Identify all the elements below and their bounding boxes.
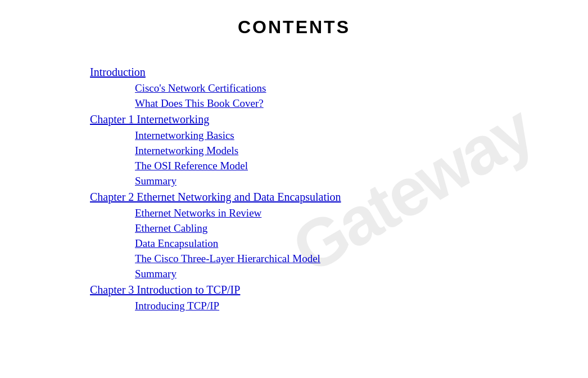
toc-link-osi-model[interactable]: The OSI Reference Model [135, 160, 248, 172]
toc-link-internetworking-models[interactable]: Internetworking Models [135, 145, 238, 156]
toc-container: Introduction Cisco's Network Certificati… [34, 66, 554, 312]
toc-section-introduction: Introduction Cisco's Network Certificati… [90, 66, 554, 110]
toc-link-internetworking-basics[interactable]: Internetworking Basics [135, 129, 234, 141]
toc-sub-item: Summary [90, 268, 554, 280]
toc-sub-item: Internetworking Basics [90, 129, 554, 142]
toc-top-item: Introduction [90, 66, 554, 79]
toc-sub-item: Data Encapsulation [90, 237, 554, 250]
toc-link-chapter1[interactable]: Chapter 1 Internetworking [90, 113, 209, 125]
toc-link-cisco-certs[interactable]: Cisco's Network Certifications [135, 82, 266, 94]
page-title: CONTENTS [34, 11, 554, 38]
toc-link-data-encapsulation[interactable]: Data Encapsulation [135, 237, 218, 249]
toc-sub-item: Internetworking Models [90, 145, 554, 157]
toc-link-cisco-three-layer[interactable]: The Cisco Three-Layer Hierarchical Model [135, 253, 320, 264]
toc-sub-item: Introducing TCP/IP [90, 300, 554, 312]
toc-link-ethernet-networks-review[interactable]: Ethernet Networks in Review [135, 207, 261, 219]
toc-link-introduction[interactable]: Introduction [90, 66, 146, 78]
toc-sub-item: Ethernet Cabling [90, 222, 554, 235]
toc-link-chapter3[interactable]: Chapter 3 Introduction to TCP/IP [90, 284, 240, 296]
toc-section-chapter2: Chapter 2 Ethernet Networking and Data E… [90, 191, 554, 280]
toc-chapter-item: Chapter 1 Internetworking [90, 113, 554, 126]
toc-link-ch2-summary[interactable]: Summary [135, 268, 177, 280]
toc-sub-item: Summary [90, 175, 554, 187]
toc-sub-item: Ethernet Networks in Review [90, 207, 554, 219]
toc-chapter-item: Chapter 2 Ethernet Networking and Data E… [90, 191, 554, 204]
toc-sub-item: The OSI Reference Model [90, 160, 554, 172]
toc-link-chapter2[interactable]: Chapter 2 Ethernet Networking and Data E… [90, 191, 341, 203]
toc-section-chapter3: Chapter 3 Introduction to TCP/IP Introdu… [90, 284, 554, 312]
toc-link-what-book-covers[interactable]: What Does This Book Cover? [135, 97, 264, 109]
toc-chapter-item: Chapter 3 Introduction to TCP/IP [90, 284, 554, 296]
toc-sub-item: The Cisco Three-Layer Hierarchical Model [90, 253, 554, 265]
toc-sub-item: Cisco's Network Certifications [90, 82, 554, 94]
toc-link-ethernet-cabling[interactable]: Ethernet Cabling [135, 222, 207, 234]
page-container: CONTENTS Introduction Cisco's Network Ce… [0, 0, 588, 327]
toc-sub-item: What Does This Book Cover? [90, 97, 554, 110]
toc-section-chapter1: Chapter 1 Internetworking Internetworkin… [90, 113, 554, 187]
toc-link-introducing-tcpip[interactable]: Introducing TCP/IP [135, 300, 219, 312]
toc-link-ch1-summary[interactable]: Summary [135, 175, 177, 187]
